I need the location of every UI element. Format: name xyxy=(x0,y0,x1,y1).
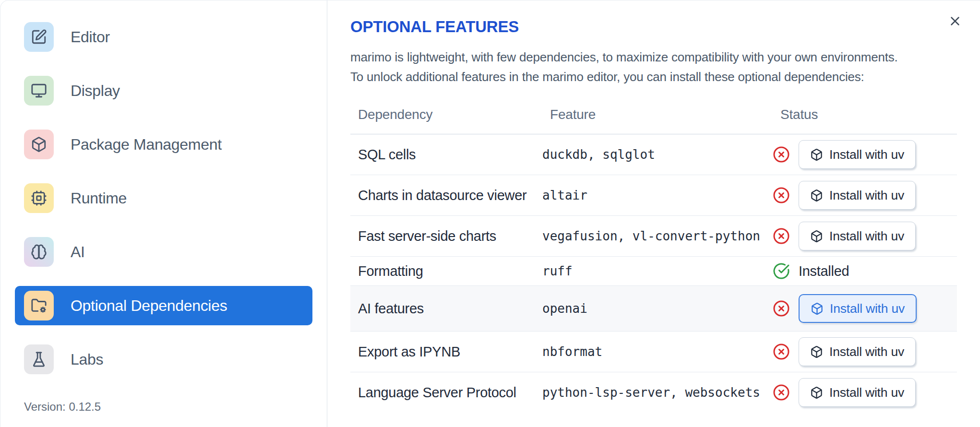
settings-sidebar: Editor Display Package Management Runtim… xyxy=(0,0,327,427)
sidebar-item-package-management[interactable]: Package Management xyxy=(15,125,312,164)
install-with-uv-button[interactable]: Install with uv xyxy=(799,378,916,407)
sidebar-item-list: Editor Display Package Management Runtim… xyxy=(0,17,327,379)
status-cell: Install with uv xyxy=(773,372,957,413)
dependencies-table: Dependency Feature Status SQL cells duck… xyxy=(350,98,957,413)
sidebar-item-ai[interactable]: AI xyxy=(15,232,312,272)
version-label: Version: 0.12.5 xyxy=(24,400,101,414)
box-icon xyxy=(24,130,54,159)
status-cell: Install with uv xyxy=(773,216,957,257)
status-cell: Install with uv xyxy=(773,286,957,332)
feature-cell: vegafusion, vl-convert-python xyxy=(542,216,773,257)
dependency-cell: SQL cells xyxy=(350,134,542,175)
package-icon xyxy=(810,386,823,399)
close-button[interactable] xyxy=(945,12,965,31)
folder-cog-icon xyxy=(24,291,54,320)
dependency-cell: Formatting xyxy=(350,257,542,286)
package-icon xyxy=(810,189,823,202)
column-header-feature: Feature xyxy=(542,98,773,134)
installed-icon xyxy=(773,262,790,280)
feature-cell: altair xyxy=(542,175,773,216)
close-icon xyxy=(948,14,962,30)
dependency-cell: AI features xyxy=(350,286,542,332)
feature-cell: openai xyxy=(542,286,773,332)
status-cell: Install with uv xyxy=(773,175,957,216)
dependency-cell: Charts in datasource viewer xyxy=(350,175,542,216)
not-installed-icon xyxy=(773,227,790,245)
description-line-1: marimo is lightweight, with few dependen… xyxy=(350,47,957,67)
table-row: SQL cells duckdb, sqlglot Install with u… xyxy=(350,134,957,175)
sidebar-item-labs[interactable]: Labs xyxy=(15,340,312,379)
package-icon xyxy=(810,230,823,243)
settings-dialog: Editor Display Package Management Runtim… xyxy=(0,0,980,427)
feature-cell: duckdb, sqlglot xyxy=(542,134,773,175)
description: marimo is lightweight, with few dependen… xyxy=(350,47,957,87)
dependency-cell: Fast server-side charts xyxy=(350,216,542,257)
table-row: Fast server-side charts vegafusion, vl-c… xyxy=(350,216,957,257)
package-icon xyxy=(810,148,823,161)
page-title: OPTIONAL FEATURES xyxy=(350,18,957,36)
install-with-uv-button[interactable]: Install with uv xyxy=(799,294,917,323)
package-icon xyxy=(810,345,823,358)
not-installed-icon xyxy=(773,384,790,401)
feature-cell: nbformat xyxy=(542,332,773,372)
table-header-row: Dependency Feature Status xyxy=(350,98,957,134)
cpu-icon xyxy=(24,183,54,213)
monitor-icon xyxy=(24,76,54,106)
not-installed-icon xyxy=(773,146,790,163)
installed-label: Installed xyxy=(799,263,849,279)
not-installed-icon xyxy=(773,300,790,317)
feature-cell: ruff xyxy=(542,257,773,286)
column-header-status: Status xyxy=(773,98,957,134)
flask-icon xyxy=(24,344,54,374)
table-row: Language Server Protocol python-lsp-serv… xyxy=(350,372,957,413)
table-row: Formatting ruff Installed xyxy=(350,257,957,286)
optional-features-panel: OPTIONAL FEATURES marimo is lightweight,… xyxy=(327,0,980,427)
status-cell: Install with uv xyxy=(773,332,957,372)
brain-icon xyxy=(24,237,54,267)
install-with-uv-button[interactable]: Install with uv xyxy=(799,181,916,210)
install-with-uv-button[interactable]: Install with uv xyxy=(799,222,916,250)
table-row: AI features openai Install with uv xyxy=(350,286,957,332)
dependency-cell: Language Server Protocol xyxy=(350,372,542,413)
dependency-cell: Export as IPYNB xyxy=(350,332,542,372)
not-installed-icon xyxy=(773,343,790,360)
package-icon xyxy=(811,302,824,315)
install-with-uv-button[interactable]: Install with uv xyxy=(799,337,916,366)
sidebar-item-display[interactable]: Display xyxy=(15,71,312,110)
table-row: Export as IPYNB nbformat Install with uv xyxy=(350,332,957,372)
description-line-2: To unlock additional features in the mar… xyxy=(350,67,957,87)
status-cell: Installed xyxy=(773,257,957,286)
not-installed-icon xyxy=(773,187,790,204)
sidebar-item-runtime[interactable]: Runtime xyxy=(15,178,312,218)
sidebar-item-editor[interactable]: Editor xyxy=(15,17,312,57)
table-row: Charts in datasource viewer altair Insta… xyxy=(350,175,957,216)
status-cell: Install with uv xyxy=(773,134,957,175)
column-header-dependency: Dependency xyxy=(350,98,542,134)
install-with-uv-button[interactable]: Install with uv xyxy=(799,140,916,169)
square-pen-icon xyxy=(24,22,54,52)
feature-cell: python-lsp-server, websockets xyxy=(542,372,773,413)
sidebar-item-optional-dependencies[interactable]: Optional Dependencies xyxy=(15,286,312,325)
